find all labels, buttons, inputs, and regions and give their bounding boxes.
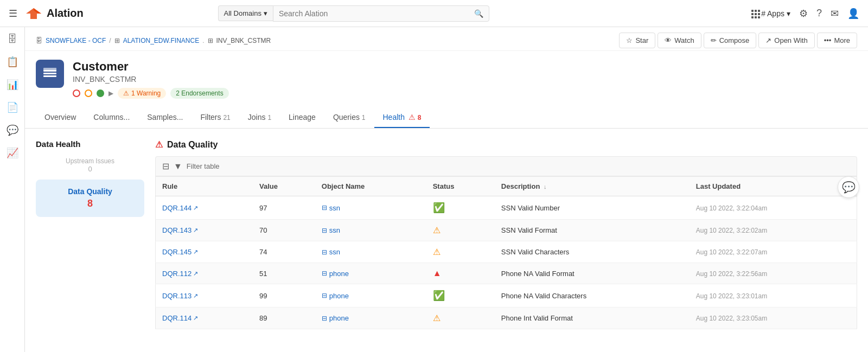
tab-filters-count: 21 xyxy=(223,114,230,121)
cell-object: ⊟ ssn xyxy=(315,241,426,263)
breadcrumb-schema-icon: ⊞ xyxy=(114,37,120,44)
cell-rule: DQR.112 ↗ xyxy=(156,263,253,284)
open-with-button[interactable]: ↗ Open With xyxy=(758,33,814,48)
top-nav: ☰ Alation All Domains ▾ 🔍 xyxy=(0,0,868,27)
table-toolbar: ⊟ ▼ Filter table xyxy=(155,156,857,176)
warning-badge[interactable]: ⚠ 1 Warning xyxy=(118,88,166,99)
rule-link[interactable]: DQR.145 ↗ xyxy=(162,248,246,256)
search-input[interactable] xyxy=(279,9,472,18)
tab-queries-count: 1 xyxy=(362,114,366,121)
object-link[interactable]: ⊟ ssn xyxy=(322,204,420,212)
content-area: Data Health Upstream Issues 0 Data Quali… xyxy=(25,129,868,340)
sidebar-catalog-icon[interactable]: 🗄 xyxy=(8,34,17,45)
rule-link[interactable]: DQR.114 ↗ xyxy=(162,314,246,322)
sidebar-chart-icon[interactable]: 📈 xyxy=(7,147,18,159)
help-icon[interactable]: ? xyxy=(816,8,822,19)
compose-button[interactable]: ✏ Compose xyxy=(704,33,757,48)
sidebar-chat-icon[interactable]: 💬 xyxy=(7,124,18,136)
logo[interactable]: Alation xyxy=(24,6,84,21)
watch-icon: 👁 xyxy=(665,36,672,44)
column-icon: ⊟ xyxy=(322,270,327,277)
tab-lineage[interactable]: Lineage xyxy=(280,107,324,128)
comment-button[interactable]: 💬 xyxy=(838,176,859,198)
left-sidebar: 🗄 📋 📊 📄 💬 📈 xyxy=(0,27,25,352)
object-link[interactable]: ⊟ ssn xyxy=(322,226,420,234)
cell-value: 97 xyxy=(253,196,315,220)
sidebar-query-icon[interactable]: 📊 xyxy=(7,79,18,91)
star-button[interactable]: ☆ Star xyxy=(619,33,655,48)
open-with-label: Open With xyxy=(774,36,807,44)
columns-icon[interactable]: ⊟ xyxy=(162,161,169,171)
domain-select[interactable]: All Domains ▾ xyxy=(218,5,273,21)
apps-button[interactable]: # Apps ▾ xyxy=(751,9,790,18)
panel-title-label: Data Quality xyxy=(167,140,218,150)
cell-status: ⚠ xyxy=(426,241,495,263)
cell-status: ⚠ xyxy=(426,308,495,329)
object-link[interactable]: ⊟ phone xyxy=(322,314,420,322)
cell-updated: Aug 10 2022, 3:22:02am xyxy=(690,220,857,241)
table-row: DQR.113 ↗ 99 ⊟ phone ✅ Phone NA Valid Ch… xyxy=(156,284,857,308)
tab-joins[interactable]: Joins 1 xyxy=(239,107,280,128)
filter-icon[interactable]: ▼ xyxy=(174,162,182,171)
cell-value: 51 xyxy=(253,263,315,284)
main-content: 🗄 SNOWFLAKE - OCF / ⊞ ALATION_EDW.FINANC… xyxy=(25,27,868,352)
more-label: More xyxy=(834,36,850,44)
tab-health-count: 8 xyxy=(418,114,422,121)
object-link[interactable]: ⊟ phone xyxy=(322,270,420,278)
endorsement-label: 2 Endorsements xyxy=(176,89,223,97)
watch-button[interactable]: 👁 Watch xyxy=(658,33,701,48)
svg-rect-3 xyxy=(43,68,56,71)
rule-link[interactable]: DQR.144 ↗ xyxy=(162,204,246,212)
upstream-count: 0 xyxy=(36,165,144,173)
col-description: Description ↓ xyxy=(495,177,690,196)
search-area: All Domains ▾ 🔍 xyxy=(218,5,489,22)
object-link[interactable]: ⊟ ssn xyxy=(322,248,420,256)
status-icon: ✅ xyxy=(433,290,445,301)
rule-link[interactable]: DQR.143 ↗ xyxy=(162,226,246,234)
svg-rect-1 xyxy=(43,73,56,74)
cell-updated: Aug 10 2022, 3:23:01am xyxy=(690,284,857,308)
cell-rule: DQR.114 ↗ xyxy=(156,308,253,329)
status-icon: ⚠ xyxy=(433,313,441,323)
tab-columns[interactable]: Columns... xyxy=(85,107,138,128)
apps-count-label: # Apps xyxy=(761,9,784,18)
panel-alert-icon: ⚠ xyxy=(155,139,163,150)
object-link[interactable]: ⊟ phone xyxy=(322,292,420,300)
settings-icon[interactable]: ⚙ xyxy=(799,8,808,20)
notifications-icon[interactable]: ✉ xyxy=(831,8,839,20)
entity-subtitle: INV_BNK_CSTMR xyxy=(73,75,857,84)
cell-status: ✅ xyxy=(426,284,495,308)
user-icon[interactable]: 👤 xyxy=(847,8,859,20)
sidebar-document-icon[interactable]: 📄 xyxy=(7,101,18,113)
breadcrumb-source[interactable]: SNOWFLAKE - OCF xyxy=(46,37,106,44)
rule-link[interactable]: DQR.113 ↗ xyxy=(162,292,246,300)
cell-description: SSN Valid Format xyxy=(495,220,690,241)
hamburger-menu[interactable]: ☰ xyxy=(9,8,17,20)
entity-info: Customer INV_BNK_CSTMR ▶ ⚠ 1 Warning 2 E… xyxy=(73,60,857,99)
sidebar-table-icon[interactable]: 📋 xyxy=(7,56,18,68)
rule-link[interactable]: DQR.112 ↗ xyxy=(162,270,246,278)
tab-samples[interactable]: Samples... xyxy=(138,107,192,128)
column-icon: ⊟ xyxy=(322,248,327,256)
expand-arrow-icon[interactable]: ▶ xyxy=(108,89,113,97)
cell-value: 74 xyxy=(253,241,315,263)
quality-card[interactable]: Data Quality 8 xyxy=(36,180,144,217)
breadcrumb-schema[interactable]: ALATION_EDW.FINANCE xyxy=(123,37,199,44)
status-icon: ✅ xyxy=(433,202,445,213)
tab-overview[interactable]: Overview xyxy=(36,107,85,128)
tab-queries[interactable]: Queries 1 xyxy=(324,107,374,128)
quality-card-title: Data Quality xyxy=(44,187,136,196)
entity-badges: ▶ ⚠ 1 Warning 2 Endorsements xyxy=(73,88,857,99)
endorsement-badge[interactable]: 2 Endorsements xyxy=(170,88,228,99)
more-button[interactable]: ••• More xyxy=(817,33,857,48)
breadcrumb-table: INV_BNK_CSTMR xyxy=(216,37,271,44)
col-object-name: Object Name xyxy=(315,177,426,196)
external-link-icon: ↗ xyxy=(193,204,198,212)
cell-rule: DQR.113 ↗ xyxy=(156,284,253,308)
tab-health[interactable]: Health ⚠ 8 xyxy=(374,107,430,128)
tab-filters[interactable]: Filters 21 xyxy=(192,107,239,128)
compose-icon: ✏ xyxy=(711,36,717,44)
cell-object: ⊟ phone xyxy=(315,308,426,329)
column-icon: ⊟ xyxy=(322,204,327,212)
badge-red xyxy=(73,89,80,97)
